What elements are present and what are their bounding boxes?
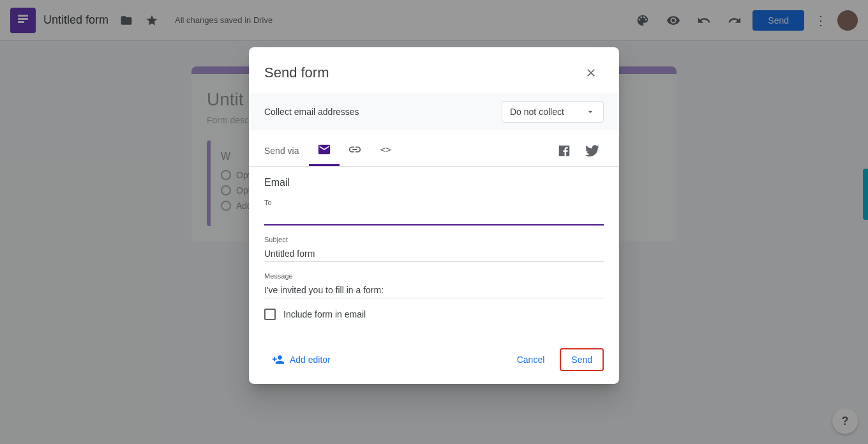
dialog-footer: Add editor Cancel Send <box>249 340 619 383</box>
to-input[interactable] <box>264 208 604 225</box>
subject-input[interactable] <box>264 245 604 261</box>
twitter-share-button[interactable] <box>581 139 604 162</box>
email-section-title: Email <box>264 176 604 188</box>
subject-field-group: Subject <box>264 235 604 261</box>
cancel-button[interactable]: Cancel <box>507 348 555 371</box>
message-field-label: Message <box>264 272 604 279</box>
send-via-row: Send via <> <box>249 135 619 166</box>
add-editor-label: Add editor <box>290 354 331 364</box>
social-buttons <box>553 139 604 162</box>
tab-embed[interactable]: <> <box>370 135 401 165</box>
to-field-label: To <box>264 198 604 206</box>
dialog-title: Send form <box>264 64 329 80</box>
dialog-body: Email To Subject Message Include form in… <box>249 166 619 340</box>
tab-link[interactable] <box>340 135 370 165</box>
collect-email-row: Collect email addresses Do not collect <box>249 93 619 130</box>
dialog-header: Send form <box>249 47 619 93</box>
facebook-share-button[interactable] <box>553 139 576 162</box>
embed-icon: <> <box>380 144 391 155</box>
send-via-label: Send via <box>264 145 299 155</box>
collect-email-select[interactable]: Do not collect <box>502 100 604 122</box>
dialog-close-button[interactable] <box>578 59 604 85</box>
include-form-row: Include form in email <box>264 308 604 319</box>
include-form-label: Include form in email <box>283 309 366 319</box>
collect-email-value: Do not collect <box>510 106 564 116</box>
to-field-group: To <box>264 198 604 225</box>
send-button[interactable]: Send <box>560 348 604 371</box>
collect-email-label: Collect email addresses <box>264 106 359 116</box>
include-form-checkbox[interactable] <box>264 308 276 319</box>
subject-field-label: Subject <box>264 235 604 243</box>
message-input[interactable] <box>264 282 604 298</box>
tab-email[interactable] <box>309 135 340 165</box>
footer-right-buttons: Cancel Send <box>507 348 604 371</box>
send-form-dialog: Send form Collect email addresses Do not… <box>249 47 619 383</box>
add-editor-button[interactable]: Add editor <box>264 348 338 371</box>
message-field-group: Message <box>264 272 604 298</box>
